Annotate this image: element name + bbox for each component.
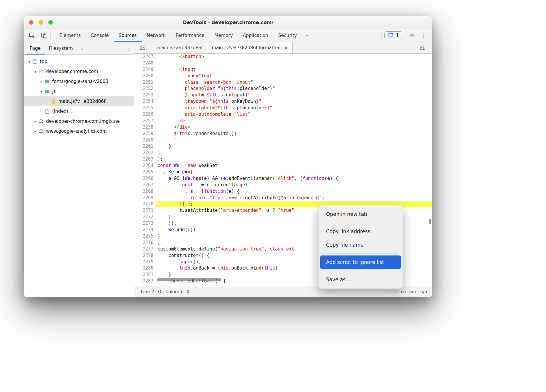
tab-security[interactable]: Security [273, 29, 302, 42]
tab-performance[interactable]: Performance [171, 29, 209, 42]
close-tab-icon[interactable]: × [284, 45, 288, 51]
line-number[interactable]: 2261 [134, 143, 156, 150]
code-line-text[interactable]: aria-autocomplete="list" [156, 111, 432, 118]
disclosure-triangle-icon[interactable]: ▸ [39, 79, 44, 84]
code-line-text[interactable]: type="text" [156, 73, 432, 79]
line-number[interactable]: 2258 [134, 124, 156, 131]
line-number[interactable]: 2278 [134, 253, 156, 259]
line-number[interactable]: 2247 [134, 54, 156, 60]
disclosure-triangle-icon[interactable]: ▸ [33, 119, 38, 124]
tab-elements[interactable]: Elements [55, 29, 86, 42]
code-line-text[interactable]: /> [156, 118, 432, 124]
line-number[interactable]: 2269 [134, 195, 156, 201]
tree-item-top[interactable]: ▾top [24, 57, 134, 67]
disclosure-triangle-icon[interactable]: ▸ [33, 129, 38, 134]
menu-item-save-as[interactable]: Save as... [320, 273, 401, 286]
line-number[interactable]: 2259 [134, 131, 156, 137]
code-line-text[interactable]: const t = e.currentTarget [156, 182, 432, 188]
tab-network[interactable]: Network [142, 29, 171, 42]
code-line-text[interactable]: ${this.renderResults()} [156, 131, 432, 137]
code-line-text[interactable]: ); [156, 156, 432, 163]
minimize-window-button[interactable] [39, 20, 43, 25]
settings-button[interactable]: ⚙ [406, 29, 418, 42]
line-number[interactable]: 2276 [134, 240, 156, 246]
line-number[interactable]: 2281 [134, 272, 156, 278]
menu-item-copy-link-address[interactable]: Copy link address [320, 225, 401, 238]
tree-item-developer-chrome-com-imgix-ne[interactable]: ▸developer-chrome-com.imgix.ne [24, 116, 134, 126]
line-number[interactable]: 2273 [134, 220, 156, 227]
vertical-scrollbar-thumb[interactable] [429, 219, 431, 224]
code-line-text[interactable]: e && !We.has(e) && (e.addEventListener("… [156, 175, 432, 182]
issues-counter[interactable]: 1 [384, 31, 402, 39]
tree-item-main-js-v-e382d86f[interactable]: main.js?v=e382d86f [24, 96, 134, 106]
tree-item-developer-chrome-com[interactable]: ▾developer.chrome.com [24, 67, 134, 76]
line-number[interactable]: 2252 [134, 86, 156, 92]
code-line-text[interactable]: <input [156, 67, 432, 73]
code-line-text[interactable]: </div> [156, 124, 432, 131]
line-number[interactable]: 2254 [134, 98, 156, 105]
sidebar-tab-page[interactable]: Page [26, 42, 45, 54]
menu-item-open-in-new-tab[interactable]: Open in new tab [320, 207, 401, 221]
menu-item-add-script-to-ignore-list[interactable]: Add script to ignore list [320, 255, 401, 269]
line-number[interactable]: 2256 [134, 111, 156, 118]
more-panels-button[interactable]: » [302, 29, 312, 42]
toggle-navigator-button[interactable] [134, 42, 151, 53]
tree-item-js[interactable]: ▾js [24, 86, 134, 96]
code-line-text[interactable]: , Ke = e=>{ [156, 169, 432, 175]
code-line-text[interactable]: , s = !function(e) { [156, 188, 432, 195]
code-line-text[interactable]: @input="${this.onInput}" [156, 92, 432, 98]
menu-item-copy-file-name[interactable]: Copy file name [320, 238, 401, 252]
editor-tab-main-js-v-e382d86f-formatted[interactable]: main.js?v=e382d86f:formatted× [207, 42, 293, 53]
line-number[interactable]: 2277 [134, 246, 156, 253]
inspect-element-button[interactable] [26, 29, 38, 42]
tab-console[interactable]: Console [86, 29, 114, 42]
line-number[interactable]: 2250 [134, 73, 156, 79]
tree-item-fonts-google-sans-v2003[interactable]: ▸fonts/google-sans-v2003 [24, 76, 134, 86]
line-number[interactable]: 2275 [134, 233, 156, 240]
line-number[interactable]: 2268 [134, 188, 156, 195]
sidebar-more-options-button[interactable]: ⋮ [122, 42, 134, 54]
disclosure-triangle-icon[interactable]: ▾ [33, 69, 38, 74]
tree-item-www-google-analytics-com[interactable]: ▸www.google-analytics.com [24, 126, 134, 136]
close-window-button[interactable] [29, 20, 33, 25]
line-number[interactable]: 2267 [134, 182, 156, 188]
line-number[interactable]: 2274 [134, 227, 156, 233]
line-number[interactable]: 2266 [134, 175, 156, 182]
line-number[interactable]: 2251 [134, 79, 156, 86]
line-number[interactable]: 2262 [134, 150, 156, 156]
code-line-text[interactable]: const We = new WeakSet [156, 163, 432, 169]
line-number[interactable]: 2248 [134, 60, 156, 67]
code-line-text[interactable]: @keydown="${this.onKeyDown}" [156, 98, 432, 105]
code-line-text[interactable]: ` [156, 137, 432, 144]
code-line-text[interactable]: </button> [156, 54, 432, 60]
tab-application[interactable]: Application [238, 29, 273, 42]
tree-item-index[interactable]: (index) [24, 106, 134, 116]
line-number[interactable]: 2271 [134, 207, 156, 214]
line-number[interactable]: 2279 [134, 259, 156, 265]
line-number[interactable]: 2270 [134, 201, 156, 207]
line-number[interactable]: 2249 [134, 67, 156, 73]
disclosure-triangle-icon[interactable]: ▾ [39, 89, 44, 94]
code-line-text[interactable]: placeholder="${this.placeholder}" [156, 86, 432, 92]
code-line-text[interactable]: class="search-box__input" [156, 79, 432, 86]
line-number[interactable]: 2255 [134, 105, 156, 111]
disclosure-triangle-icon[interactable]: ▾ [27, 59, 32, 64]
line-number[interactable]: 2253 [134, 92, 156, 98]
line-number[interactable]: 2282 [134, 278, 156, 284]
code-line-text[interactable]: } [156, 143, 432, 150]
line-number[interactable]: 2264 [134, 163, 156, 169]
line-number[interactable]: 2280 [134, 265, 156, 272]
more-sidebar-tabs-button[interactable]: » [77, 42, 87, 54]
code-line-text[interactable]: return "true" === e.getAttribute("aria-e… [156, 195, 432, 201]
tab-sources[interactable]: Sources [114, 29, 142, 42]
editor-tab-main-js-v-e382d86f[interactable]: main.js?v=e382d86f [153, 42, 207, 53]
line-number[interactable]: 2260 [134, 137, 156, 144]
line-number[interactable]: 2265 [134, 169, 156, 175]
code-line-text[interactable]: } [156, 150, 432, 156]
tab-memory[interactable]: Memory [209, 29, 238, 42]
more-options-button[interactable]: ⋮ [418, 29, 430, 42]
line-number[interactable]: 2263 [134, 156, 156, 163]
device-toolbar-button[interactable] [38, 29, 50, 42]
sidebar-tab-filesystem[interactable]: Filesystem [45, 42, 77, 54]
code-line-text[interactable] [156, 60, 432, 67]
